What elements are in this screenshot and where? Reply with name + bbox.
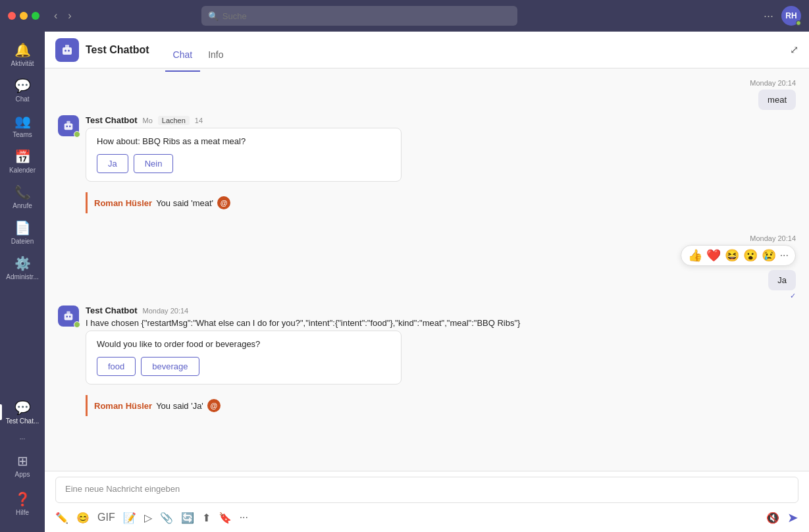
dateien-icon: 📄 [14, 220, 31, 236]
msg2-text: Ja [777, 275, 787, 285]
chat-tabs: Chat Info [165, 34, 232, 66]
expand-icon[interactable]: ⤢ [790, 43, 798, 56]
attach-icon[interactable]: 📎 [160, 512, 173, 524]
mute-icon[interactable]: 🔇 [766, 512, 779, 524]
avatar-status-dot [796, 20, 801, 26]
user-said-ja: Roman Hüsler You said 'Ja' @ [86, 395, 796, 416]
titlebar: ‹ › 🔍 ··· RH [0, 0, 809, 32]
input-area: Eine neue Nachricht eingeben ✏️ 😊 GIF 📝 … [45, 471, 809, 532]
reaction-laugh[interactable]: 😆 [725, 248, 739, 263]
bot-avatar-1 [58, 115, 79, 136]
sidebar-label-test-chat: Test Chat... [6, 417, 39, 425]
user1-name: Roman Hüsler [94, 198, 152, 208]
bot-status-dot-1 [74, 131, 80, 138]
avatar[interactable]: RH [781, 6, 801, 26]
gif-icon[interactable]: GIF [97, 512, 115, 523]
bot2-question: Would you like to order food or beverage… [97, 339, 390, 349]
sidebar: 🔔 Aktivität 💬 Chat 👥 Teams 📅 Kalender 📞 … [0, 32, 45, 532]
chat-header: Test Chatbot Chat Info ⤢ [45, 32, 809, 68]
bot2-btn-beverage[interactable]: beverage [141, 357, 199, 376]
sidebar-more-label: ··· [20, 435, 25, 442]
administr-icon: ⚙️ [14, 255, 31, 271]
reaction-wow[interactable]: 😮 [743, 248, 758, 263]
send-button[interactable]: ➤ [787, 510, 798, 525]
bookmark-icon[interactable]: 🔖 [219, 512, 232, 524]
sticker-icon[interactable]: 📝 [123, 512, 136, 524]
msg1-text: meat [768, 95, 787, 105]
bot-msg-content-1: Test Chatbot Mo Lachen 14 How about: BBQ… [86, 115, 796, 182]
bot-status-dot-2 [74, 321, 80, 328]
bot-msg-bubble-1: How about: BBQ Ribs as a meat meal? Ja N… [86, 128, 402, 182]
msg1-timestamp: Monday 20:14 [750, 79, 796, 87]
svg-rect-8 [65, 313, 73, 320]
test-chat-icon: 💬 [14, 400, 31, 415]
tab-chat[interactable]: Chat [165, 39, 201, 72]
bot1-time: Mo [142, 117, 152, 124]
svg-rect-0 [63, 47, 72, 55]
sidebar-item-hilfe[interactable]: ❓ Hilfe [12, 486, 34, 521]
sidebar-item-administr[interactable]: ⚙️ Administr... [0, 250, 45, 286]
maximize-button[interactable] [32, 12, 39, 20]
sidebar-item-teams[interactable]: 👥 Teams [0, 108, 45, 144]
format-icon[interactable]: ✏️ [55, 512, 68, 524]
upload-icon[interactable]: ⬆ [202, 512, 211, 524]
hilfe-icon: ❓ [14, 491, 31, 507]
sidebar-item-anrufe[interactable]: 📞 Anrufe [0, 179, 45, 215]
close-button[interactable] [8, 12, 16, 20]
sidebar-item-chat[interactable]: 💬 Chat [0, 72, 45, 108]
teams-icon: 👥 [14, 113, 31, 129]
tab-info[interactable]: Info [200, 39, 231, 72]
send-schedule-icon[interactable]: ▷ [144, 512, 152, 524]
svg-rect-5 [66, 121, 70, 124]
more-toolbar-icon[interactable]: ··· [240, 512, 248, 523]
forward-button[interactable]: › [64, 9, 75, 23]
toolbar-row: ✏️ 😊 GIF 📝 ▷ 📎 🔄 ⬆ 🔖 ··· 🔇 ➤ [55, 508, 798, 527]
input-placeholder: Eine neue Nachricht eingeben [65, 484, 180, 494]
reaction-heart[interactable]: ❤️ [706, 248, 721, 263]
sidebar-item-aktivitat[interactable]: 🔔 Aktivität [0, 37, 45, 72]
bot1-body: How about: BBQ Ribs as a meat meal? [97, 136, 390, 146]
message-input-display[interactable]: Eine neue Nachricht eingeben [55, 477, 798, 503]
title-right: ··· RH [764, 6, 801, 26]
search-input[interactable] [222, 11, 511, 21]
bot-message-1: Test Chatbot Mo Lachen 14 How about: BBQ… [58, 115, 796, 182]
section-gap-1 [58, 219, 796, 229]
kalender-icon: 📅 [14, 149, 31, 165]
bot1-btn-nein[interactable]: Nein [134, 154, 174, 173]
reaction-sad[interactable]: 😢 [762, 248, 776, 263]
sidebar-label-apps: Apps [15, 471, 30, 478]
sidebar-item-test-chat[interactable]: 💬 Test Chat... [0, 394, 45, 430]
svg-rect-9 [66, 311, 70, 315]
sidebar-label-teams: Teams [13, 131, 32, 138]
reaction-more[interactable]: ··· [780, 250, 789, 261]
reaction-bar: 👍 ❤️ 😆 😮 😢 ··· [681, 245, 796, 266]
msg1-bubble: meat [758, 90, 796, 110]
sidebar-label-administr: Administr... [6, 273, 38, 280]
bot-msg-header-2: Test Chatbot Monday 20:14 [86, 306, 796, 315]
sidebar-item-more[interactable]: ··· [0, 430, 45, 448]
user1-text: You said 'meat' [156, 198, 213, 208]
msg2-bubble: Ja [768, 270, 796, 290]
main-content: Test Chatbot Chat Info ⤢ Monday 20:14 me… [45, 32, 809, 532]
more-options-button[interactable]: ··· [764, 9, 773, 23]
emoji-icon[interactable]: 😊 [76, 512, 90, 524]
bot1-btn-ja[interactable]: Ja [97, 154, 128, 173]
msg-right-ja: Monday 20:14 👍 ❤️ 😆 😮 😢 ··· Ja ✓ [58, 234, 796, 300]
bot2-buttons: food beverage [97, 357, 390, 376]
sidebar-item-kalender[interactable]: 📅 Kalender [0, 144, 45, 179]
sidebar-item-dateien[interactable]: 📄 Datei­en [0, 215, 45, 250]
svg-rect-4 [65, 123, 73, 130]
user2-name: Roman Hüsler [94, 401, 152, 411]
reaction-thumbs-up[interactable]: 👍 [688, 248, 702, 263]
sidebar-item-apps[interactable]: ⊞ Apps [12, 448, 34, 483]
traffic-lights [8, 12, 39, 20]
sidebar-label-aktivitat: Aktivität [11, 60, 34, 67]
bot2-btn-food[interactable]: food [97, 357, 136, 376]
loop-icon[interactable]: 🔄 [181, 512, 194, 524]
search-bar[interactable]: 🔍 [201, 6, 517, 26]
messages-area: Monday 20:14 meat [45, 68, 809, 471]
minimize-button[interactable] [20, 12, 28, 20]
back-button[interactable]: ‹ [50, 9, 61, 23]
svg-rect-1 [65, 45, 69, 48]
chat-icon: 💬 [14, 78, 31, 93]
